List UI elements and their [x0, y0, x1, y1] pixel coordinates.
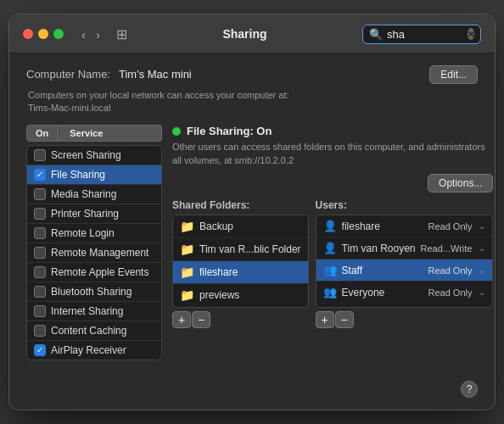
file-sharing-checkbox[interactable]: [34, 169, 46, 181]
sidebar-item-remote-management[interactable]: Remote Management: [27, 243, 161, 263]
clear-search-button[interactable]: ✕: [468, 28, 474, 40]
bottom-bar: ?: [9, 372, 495, 410]
users-list: 👤 fileshare Read Only ⌄ 👤 Tim van Rooyen…: [316, 215, 494, 308]
screen-sharing-label: Screen Sharing: [51, 149, 121, 161]
sidebar-item-media-sharing[interactable]: Media Sharing: [27, 185, 161, 204]
screen-sharing-checkbox[interactable]: [34, 149, 46, 161]
folder-icon: 📁: [180, 220, 194, 233]
bluetooth-sharing-label: Bluetooth Sharing: [51, 286, 132, 298]
folder-fileshare[interactable]: 📁 fileshare: [173, 261, 308, 284]
sidebar-item-screen-sharing[interactable]: Screen Sharing: [27, 146, 161, 165]
user-icon: 👤: [323, 242, 337, 254]
permission-label: Read Only: [428, 287, 472, 298]
folders-column: Shared Folders: 📁 Backup 📁 Tim van R...b…: [172, 199, 309, 328]
file-sharing-header: File Sharing: On: [172, 125, 493, 137]
remote-login-label: Remote Login: [51, 227, 115, 239]
close-button[interactable]: [23, 29, 33, 39]
edit-computer-name-button[interactable]: Edit...: [429, 65, 478, 84]
remote-apple-events-checkbox[interactable]: [34, 266, 46, 278]
user-icon: 👤: [323, 220, 337, 232]
folder-add-remove-bar: + −: [172, 311, 309, 328]
folder-previews[interactable]: 📁 previews: [173, 284, 308, 306]
folder-name: Backup: [199, 220, 301, 232]
internet-sharing-label: Internet Sharing: [51, 305, 123, 317]
user-name: fileshare: [342, 220, 423, 232]
main-window: ‹ › ⊞ Sharing 🔍 ✕ Computer Name: Tim's M…: [8, 14, 496, 411]
remove-folder-button[interactable]: −: [192, 311, 210, 328]
nav-buttons: ‹ ›: [77, 25, 104, 43]
user-name: Staff: [342, 265, 423, 276]
bluetooth-sharing-checkbox[interactable]: [34, 286, 46, 298]
sidebar-item-remote-apple-events[interactable]: Remote Apple Events: [27, 263, 161, 282]
right-panel: File Sharing: On Other users can access …: [172, 125, 493, 360]
sidebar-item-internet-sharing[interactable]: Internet Sharing: [27, 302, 161, 321]
group-icon: 👥: [323, 286, 337, 298]
folder-backup[interactable]: 📁 Backup: [173, 215, 308, 238]
computer-name-row: Computer Name: Tim's Mac mini Edit...: [26, 65, 478, 84]
main-area: On Service Screen Sharing File Sharing: [26, 125, 478, 360]
back-button[interactable]: ‹: [77, 25, 90, 43]
user-fileshare[interactable]: 👤 fileshare Read Only ⌄: [316, 215, 493, 237]
shared-folders-header: Shared Folders:: [172, 199, 309, 211]
sidebar-item-airplay-receiver[interactable]: AirPlay Receiver: [27, 341, 161, 360]
folder-icon: 📁: [180, 288, 194, 302]
titlebar: ‹ › ⊞ Sharing 🔍 ✕: [9, 14, 495, 53]
search-bar: 🔍 ✕: [362, 25, 481, 44]
chevron-icon[interactable]: ⌄: [479, 287, 485, 297]
sidebar-item-content-caching[interactable]: Content Caching: [27, 321, 161, 341]
traffic-lights: [23, 29, 64, 39]
file-sharing-label: File Sharing: [51, 169, 105, 181]
remote-login-checkbox[interactable]: [34, 227, 46, 239]
group-icon: 👥: [323, 264, 337, 276]
users-header: Users:: [316, 199, 494, 211]
user-name: Tim van Rooyen: [342, 243, 416, 254]
computer-name-label: Computer Name:: [26, 68, 110, 81]
sidebar-item-file-sharing[interactable]: File Sharing: [27, 165, 161, 185]
user-staff[interactable]: 👥 Staff Read Only ⌄: [316, 259, 493, 282]
sidebar-item-remote-login[interactable]: Remote Login: [27, 224, 161, 243]
remote-management-checkbox[interactable]: [34, 247, 46, 259]
airplay-receiver-checkbox[interactable]: [34, 344, 46, 356]
zoom-button[interactable]: [53, 29, 64, 39]
chevron-icon[interactable]: ⌄: [479, 221, 485, 231]
chevron-icon[interactable]: ⌄: [479, 243, 485, 253]
search-input[interactable]: [387, 28, 463, 41]
internet-sharing-checkbox[interactable]: [34, 305, 46, 317]
permission-label: Read Only: [428, 221, 472, 232]
help-button[interactable]: ?: [461, 381, 478, 398]
file-sharing-status: File Sharing: On: [187, 125, 272, 137]
add-user-button[interactable]: +: [316, 311, 334, 328]
user-everyone[interactable]: 👥 Everyone Read Only ⌄: [316, 282, 493, 303]
folder-name: Tim van R...blic Folder: [199, 243, 301, 255]
media-sharing-checkbox[interactable]: [34, 188, 46, 200]
window-title: Sharing: [134, 27, 356, 41]
sidebar-item-printer-sharing[interactable]: Printer Sharing: [27, 204, 161, 224]
sidebar-item-bluetooth-sharing[interactable]: Bluetooth Sharing: [27, 282, 161, 302]
content-caching-checkbox[interactable]: [34, 325, 46, 337]
user-tim[interactable]: 👤 Tim van Rooyen Read...Write ⌄: [316, 237, 493, 259]
folder-public[interactable]: 📁 Tim van R...blic Folder: [173, 238, 308, 261]
remote-apple-events-label: Remote Apple Events: [51, 266, 148, 278]
folders-users-area: Shared Folders: 📁 Backup 📁 Tim van R...b…: [172, 199, 493, 328]
content-caching-label: Content Caching: [51, 325, 126, 337]
folder-name: fileshare: [199, 266, 301, 278]
folder-icon: 📁: [180, 243, 194, 256]
computer-name-value: Tim's Mac mini: [119, 68, 192, 81]
permission-label: Read Only: [428, 265, 472, 276]
minimize-button[interactable]: [38, 29, 48, 39]
chevron-icon[interactable]: ⌄: [479, 265, 485, 275]
grid-icon[interactable]: ⊞: [116, 26, 127, 42]
add-folder-button[interactable]: +: [172, 311, 191, 328]
options-button[interactable]: Options...: [428, 174, 493, 192]
remove-user-button[interactable]: −: [335, 311, 354, 328]
service-header: Service: [58, 125, 162, 142]
printer-sharing-label: Printer Sharing: [51, 208, 119, 220]
sidebar-header: On Service: [26, 125, 162, 142]
content-area: Computer Name: Tim's Mac mini Edit... Co…: [9, 53, 495, 373]
airplay-receiver-label: AirPlay Receiver: [51, 344, 126, 356]
folder-icon: 📁: [180, 265, 194, 279]
forward-button[interactable]: ›: [92, 25, 104, 43]
network-address: Computers on your local network can acce…: [28, 89, 478, 115]
printer-sharing-checkbox[interactable]: [34, 208, 46, 220]
on-header: On: [26, 125, 58, 142]
